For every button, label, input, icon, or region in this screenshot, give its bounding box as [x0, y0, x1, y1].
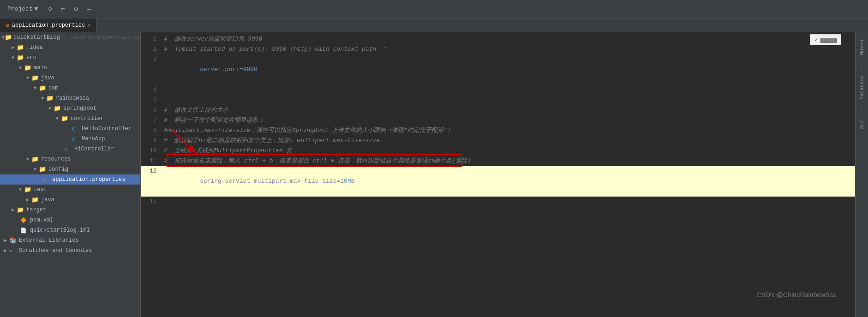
label-idea: .idea: [26, 44, 43, 51]
arrow-resources: ▼: [24, 157, 31, 162]
label-config: config: [48, 166, 68, 173]
tree-item-controller[interactable]: ▼ 📁 controller: [0, 114, 140, 124]
tab-bar: ⚙ application.properties ✕: [0, 18, 868, 32]
test-java-folder-icon: 📁: [31, 196, 40, 203]
tab-application-properties[interactable]: ⚙ application.properties ✕: [0, 18, 96, 32]
label-quickstartBlog: quickstartBlog E:\Java\SpringBoot\quicks…: [13, 34, 141, 41]
code-line-10: 10 # 会映射/关联到MultipartProperties 类: [141, 146, 855, 156]
code-line-9: 9 # 默认骗子hi最总都是映射到某个类上，比如: multipart.max-…: [141, 136, 855, 146]
project-label-text: Project: [7, 6, 33, 12]
tree-item-main[interactable]: ▼ 📁 main: [0, 63, 140, 73]
server-port-prop: server.port=9090: [200, 66, 257, 73]
label-pom-xml: pom.xml: [30, 217, 53, 223]
test-folder-icon: 📁: [24, 186, 32, 193]
java-folder-icon: 📁: [31, 74, 40, 82]
HiController-class-icon: C: [65, 146, 73, 152]
arrow-controller: ▼: [54, 116, 61, 121]
line-num-11: 11: [141, 156, 164, 166]
database-panel-label[interactable]: Database: [859, 72, 865, 103]
MainApp-class-icon: C: [72, 136, 80, 142]
controller-folder-icon: 📁: [61, 115, 69, 122]
tree-item-src[interactable]: ▼ 📁 src: [0, 53, 140, 63]
tree-item-MainApp[interactable]: C MainApp: [0, 134, 140, 144]
external-libraries-icon: 📚: [9, 237, 18, 244]
arrow-idea: ▶: [9, 45, 17, 50]
target-folder-icon: 📁: [17, 206, 25, 214]
check-icon: ✓: [814, 36, 819, 43]
add-module-icon[interactable]: ⊕: [45, 5, 54, 14]
tree-item-application-properties[interactable]: ⚙ application.properties: [0, 174, 140, 185]
label-main: main: [34, 65, 47, 71]
dropdown-arrow: ▼: [35, 6, 38, 12]
line-num-10: 10: [141, 146, 164, 156]
tree-item-external-libraries[interactable]: ▶ 📚 External Libraries: [0, 235, 140, 245]
tab-close-button[interactable]: ✕: [88, 23, 90, 28]
tree-item-scratches[interactable]: ▶ ✏️ Scratches and Consoles: [0, 245, 140, 256]
maven-panel-text: ▓▓▓▓▓: [820, 37, 837, 42]
code-line-1: 1 # 修改server的监听窗口为 9090: [141, 34, 855, 44]
label-rainbowsea: rainbowsea: [56, 95, 89, 102]
tree-item-config[interactable]: ▼ 📁 config: [0, 164, 140, 174]
arrow-scratches: ▶: [2, 248, 9, 253]
arrow-springboot: ▼: [46, 106, 54, 111]
tree-item-test-java[interactable]: ▶ 📁 java: [0, 195, 140, 205]
code-line-11: 11 # 把光标放在该属性，输入 ctrl + b，或者是按住 ctrl + 点…: [141, 156, 855, 166]
line-content-3: server.port=9090: [164, 54, 267, 85]
tree-item-java[interactable]: ▼ 📁 java: [0, 73, 140, 83]
spring-servlet-value: 10MB: [340, 178, 354, 185]
tree-item-quickstartBlog-iml[interactable]: 📄 quickstartBlog.iml: [0, 225, 140, 235]
sync-icon[interactable]: ⇄: [58, 5, 67, 14]
line-num-2: 2: [141, 44, 164, 54]
arrow-external: ▶: [2, 238, 9, 243]
arrow-com: ▼: [31, 86, 39, 91]
tree-item-idea[interactable]: ▶ 📁 .idea: [0, 42, 140, 53]
line-content-9: # 默认骗子hi最总都是映射到某个类上，比如: multipart.max-fi…: [164, 136, 389, 146]
label-MainApp: MainApp: [82, 136, 105, 142]
label-scratches: Scratches and Consoles: [19, 247, 92, 254]
springboot-folder-icon: 📁: [54, 105, 62, 112]
maven-panel-label[interactable]: Maven: [859, 36, 865, 59]
tree-item-springboot[interactable]: ▼ 📁 springboot: [0, 103, 140, 114]
project-dropdown[interactable]: Project ▼: [4, 4, 42, 14]
ant-panel-label[interactable]: Ant: [859, 116, 865, 133]
line-content-6: # 修改文件上传的大小: [164, 105, 238, 115]
line-num-3: 3: [141, 54, 164, 65]
properties-file-icon: ⚙: [42, 176, 51, 183]
tab-file-icon: ⚙: [6, 22, 9, 29]
label-target: target: [26, 207, 46, 213]
label-java: java: [41, 75, 54, 81]
label-HelloController: HelloController: [82, 126, 132, 132]
tree-item-com[interactable]: ▼ 📁 com: [0, 83, 140, 93]
tree-item-test[interactable]: ▼ 📁 test: [0, 185, 140, 195]
arrow-java: ▼: [24, 76, 31, 81]
maven-panel-hint: ✓ ▓▓▓▓▓: [810, 34, 841, 45]
arrow-config: ▼: [31, 167, 39, 172]
code-line-5: 5: [141, 95, 855, 105]
tree-item-pom-xml[interactable]: 🔶 pom.xml: [0, 215, 140, 225]
line-content-8: #multipart.max-file-size，属性可以指定SpringBoo…: [164, 126, 462, 136]
collapse-icon[interactable]: —: [84, 5, 93, 14]
line-content-7: # 解读一下这个配置是在哪里读取！: [164, 115, 274, 126]
tree-item-target[interactable]: ▶ 📁 target: [0, 205, 140, 215]
tree-item-rainbowsea[interactable]: ▼ 📁 rainbowsea: [0, 93, 140, 103]
top-bar: Project ▼ ⊕ ⇄ ⚙ —: [0, 0, 868, 18]
line-content-11: # 把光标放在该属性，输入 ctrl + b，或者是按住 ctrl + 点击，就…: [164, 156, 480, 166]
arrow-test-java: ▶: [24, 197, 31, 203]
line-num-9: 9: [141, 136, 164, 146]
tree-item-resources[interactable]: ▼ 📁 resources: [0, 154, 140, 164]
line-content-1: # 修改server的监听窗口为 9090: [164, 34, 271, 44]
label-resources: resources: [41, 156, 71, 162]
tab-label: application.properties: [12, 22, 85, 29]
line-num-8: 8: [141, 126, 164, 136]
line-num-12: 12: [141, 166, 164, 176]
pom-xml-icon: 🔶: [20, 217, 29, 223]
tree-item-quickstartBlog[interactable]: ▼ 📁 quickstartBlog E:\Java\SpringBoot\qu…: [0, 32, 140, 42]
src-folder-icon: 📁: [17, 54, 25, 61]
line-num-13: 13: [141, 197, 164, 207]
code-content[interactable]: 1 # 修改server的监听窗口为 9090 2 # Tomcat start…: [141, 32, 855, 317]
tree-item-HelloController[interactable]: C HelloController: [0, 124, 140, 134]
tree-item-HiController[interactable]: C HiController: [0, 144, 140, 154]
arrow-main: ▼: [17, 66, 24, 71]
gear-icon[interactable]: ⚙: [71, 5, 80, 14]
resources-folder-icon: 📁: [31, 156, 40, 163]
